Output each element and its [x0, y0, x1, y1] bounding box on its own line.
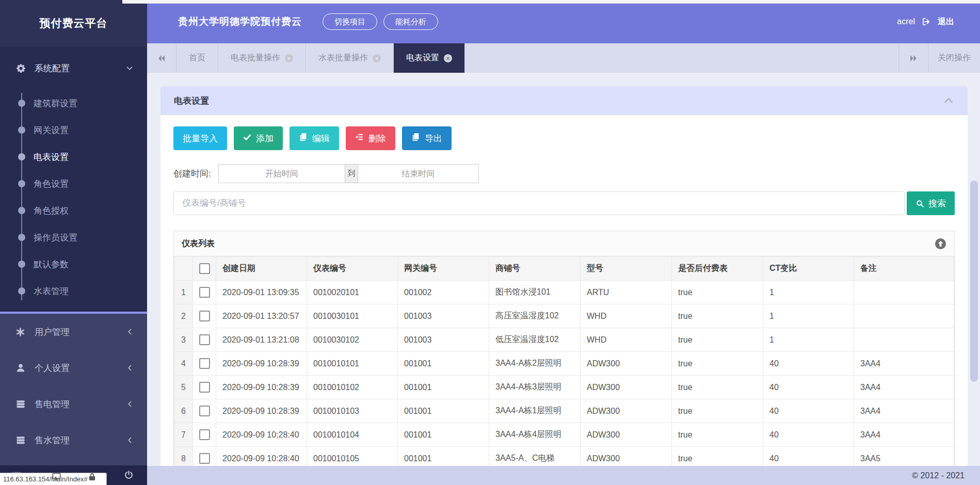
header-pill-button[interactable]: 能耗分析 [383, 13, 438, 30]
header-pill-button[interactable]: 切换项目 [323, 13, 377, 30]
row-checkbox[interactable] [199, 311, 210, 321]
table-cell: 40 [763, 447, 854, 466]
table-cell: 3AA4 [854, 399, 954, 423]
table-cell: 001002 [398, 281, 489, 304]
column-header: 商铺号 [489, 257, 581, 281]
tab[interactable]: 水表批量操作× [306, 43, 394, 73]
table-cell: 3AA4 [854, 352, 954, 376]
toolbar-button-label: 批量导入 [183, 133, 218, 144]
row-checkbox[interactable] [199, 453, 210, 464]
row-checkbox[interactable] [199, 358, 210, 369]
sidebar-subitem[interactable]: 角色授权 [0, 197, 147, 224]
tab-close-icon[interactable]: × [373, 54, 381, 62]
tab-close-icon[interactable]: × [285, 54, 293, 62]
column-header: CT变比 [763, 257, 854, 281]
row-checkbox[interactable] [199, 334, 210, 345]
table-row: 42020-09-09 10:28:3900100101010010013AA4… [174, 352, 954, 376]
table-cell: 3AA5 [854, 447, 954, 466]
meter-list-title: 仪表列表 [182, 238, 215, 249]
row-checkbox[interactable] [199, 406, 210, 416]
app-brand: 预付费云平台 [0, 0, 147, 46]
collapse-panel-icon[interactable] [943, 95, 954, 106]
table-cell: 001001 [398, 352, 489, 376]
row-checkbox[interactable] [199, 429, 210, 440]
table-row: 72020-09-09 10:28:4000100101040010013AA4… [174, 423, 954, 447]
scroll-top-icon[interactable] [935, 238, 946, 250]
table-cell: ADW300 [581, 399, 672, 423]
user-icon [15, 363, 27, 373]
row-number: 2 [174, 304, 193, 328]
tabs-scroll-right-icon[interactable] [898, 43, 928, 73]
logout-button[interactable]: 退出 [938, 17, 954, 27]
browser-edge-strip [122, 0, 980, 4]
row-checkbox[interactable] [199, 382, 210, 393]
sidebar-subitem[interactable]: 建筑群设置 [0, 90, 147, 117]
sidebar: 预付费云平台 系统配置建筑群设置网关设置电表设置角色设置角色授权操作员设置默认参… [0, 0, 147, 485]
toolbar-button[interactable]: 添加 [234, 126, 283, 150]
row-select-cell [193, 352, 216, 376]
tab[interactable]: 首页 [176, 43, 218, 73]
lock-icon[interactable] [88, 473, 97, 481]
select-all-checkbox[interactable] [199, 263, 210, 274]
list-remove-icon [355, 133, 364, 144]
tabs-scroll-left-icon[interactable] [147, 43, 176, 73]
sidebar-subitem[interactable]: 网关设置 [0, 117, 147, 143]
row-select-cell [193, 423, 216, 447]
end-time-input[interactable] [358, 164, 479, 183]
tab[interactable]: 电表批量操作× [218, 43, 306, 73]
check-icon [243, 133, 251, 144]
tab-active[interactable]: 电表设置× [394, 43, 465, 73]
table-cell: 1 [763, 328, 854, 352]
table-cell: 3AA4-A栋2层照明 [489, 352, 581, 376]
sidebar-subitem[interactable]: 水表管理 [0, 278, 147, 304]
table-cell: 2020-09-01 13:09:35 [216, 281, 307, 304]
table-cell: 0010010104 [307, 423, 398, 447]
sidebar-item[interactable]: 个人设置 [0, 350, 147, 386]
table-cell: 001001 [398, 376, 489, 399]
tabbar-spacer [465, 43, 898, 73]
sidebar-item[interactable]: 售电管理 [0, 386, 147, 422]
logout-icon[interactable] [922, 17, 931, 26]
sidebar-subitem[interactable]: 操作员设置 [0, 224, 147, 251]
toolbar-button[interactable]: 批量导入 [173, 126, 227, 150]
sidebar-subitem[interactable]: 角色设置 [0, 170, 147, 197]
tab-label: 电表批量操作 [231, 53, 280, 63]
sidebar-item[interactable]: 售水管理 [0, 422, 147, 458]
row-checkbox[interactable] [199, 287, 210, 298]
tab-label: 电表设置 [406, 53, 439, 63]
table-cell: 3AA4-A栋4层照明 [489, 423, 581, 447]
sidebar-subitem-active[interactable]: 电表设置 [0, 143, 147, 170]
sidebar-subitem[interactable]: 默认参数 [0, 251, 147, 278]
toolbar-button[interactable]: 删除 [346, 126, 395, 150]
row-number: 7 [174, 423, 193, 447]
tab-close-icon[interactable]: × [444, 54, 452, 62]
column-header: 型号 [581, 257, 672, 281]
close-operations-button[interactable]: 关闭操作 [928, 43, 980, 73]
column-header: 是否后付费表 [672, 257, 763, 281]
username[interactable]: acrel [897, 17, 915, 26]
table-cell: true [672, 281, 763, 304]
table-cell: 001003 [398, 328, 489, 352]
column-header: 备注 [854, 257, 954, 281]
monitor-icon[interactable] [52, 472, 61, 481]
sidebar-item[interactable]: 系统配置 [0, 46, 147, 90]
search-button[interactable]: 搜索 [907, 191, 955, 215]
asterisk-icon [15, 327, 27, 337]
row-number: 1 [174, 281, 193, 304]
table-cell: WHD [581, 304, 672, 328]
panel-body: 批量导入添加编辑删除导出 创建时间: 到 搜索 仪表列表 [160, 115, 968, 466]
table-cell: 0010010103 [307, 399, 398, 423]
toolbar-button[interactable]: 编辑 [290, 126, 339, 150]
meter-table: 创建日期仪表编号网关编号商铺号型号是否后付费表CT变比备注 12020-09-0… [174, 256, 954, 466]
tab-bar: 首页电表批量操作×水表批量操作×电表设置× 关闭操作 [147, 43, 980, 73]
chevron-left-icon [126, 436, 134, 444]
start-time-input[interactable] [218, 164, 345, 183]
sidebar-item[interactable]: 用户管理 [0, 314, 147, 350]
chevron-left-icon [126, 364, 134, 371]
scrollbar-thumb[interactable] [970, 181, 978, 382]
toolbar-button[interactable]: 导出 [402, 126, 452, 150]
power-icon[interactable] [124, 470, 134, 480]
project-title: 贵州大学明德学院预付费云 [178, 15, 302, 28]
search-input[interactable] [173, 191, 905, 215]
table-row: 22020-09-01 13:20:570010030101001003高压室温… [174, 304, 954, 328]
